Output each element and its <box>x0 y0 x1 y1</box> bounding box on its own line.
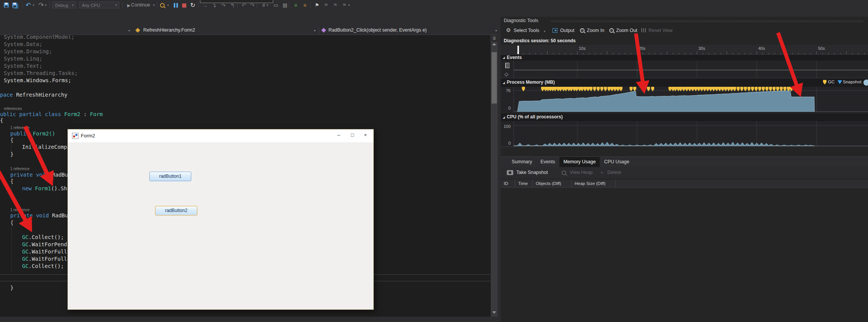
uncomment-lines-icon[interactable]: ≡ <box>301 0 309 11</box>
type-dropdown[interactable]: RefreshHierarchy.Form2 <box>143 27 195 33</box>
diag-tab-events[interactable]: Events <box>536 157 559 167</box>
form2-title: Form2 <box>81 133 95 139</box>
memory-y-max-label: 76 <box>501 88 511 93</box>
maximize-button[interactable]: □ <box>347 129 358 141</box>
scrollbar-down-arrow[interactable] <box>492 311 496 314</box>
code-token: Form <box>90 111 103 117</box>
column-header-id[interactable]: ID <box>501 180 515 187</box>
solution-platforms-combo[interactable]: Any CPU▾ <box>79 2 119 8</box>
minimize-button[interactable]: – <box>333 129 344 141</box>
code-token: .WaitForFullG <box>29 256 70 262</box>
form2-title-bar[interactable]: Form2 – □ × <box>68 129 373 142</box>
cpu-y-min-label: 0 <box>501 141 511 145</box>
editor-navigation-bar: ▾ RefreshHierarchy.Form2 ▾ RadButton2_Cl… <box>0 26 500 35</box>
line-number-dropdown[interactable]: ▾ <box>267 3 268 7</box>
comment-lines-icon[interactable]: ≡ <box>292 0 299 11</box>
code-line: System.Text; <box>4 62 42 70</box>
clear-bookmarks-icon[interactable]: ⚑ <box>341 0 348 11</box>
project-dropdown-caret[interactable]: ▾ <box>128 29 130 32</box>
cpu-chart-lane[interactable]: 100 0 <box>501 121 868 147</box>
previous-bookmark-icon[interactable]: ⚑ <box>322 0 330 11</box>
code-line: private void RadBut <box>10 212 71 219</box>
column-header-time[interactable]: Time <box>515 180 533 187</box>
next-bookmark-icon[interactable]: ⚑ <box>332 0 339 11</box>
ruler-tick-label: 40s <box>758 46 765 51</box>
camera-icon <box>507 170 513 175</box>
code-token: InitializeCompo <box>22 144 70 150</box>
document-outline-icon[interactable]: ▤ <box>281 0 289 11</box>
bookmarks-dropdown[interactable]: ▾ <box>348 3 350 7</box>
close-button[interactable]: × <box>360 129 371 141</box>
code-line: } <box>10 192 13 199</box>
panel-splitter[interactable] <box>498 17 501 322</box>
code-token: .Collect(); <box>29 234 64 240</box>
diag-tab-cpu-usage[interactable]: CPU Usage <box>600 157 633 167</box>
continue-dropdown[interactable]: ▾ <box>153 3 155 7</box>
watch-window-icon[interactable] <box>160 3 165 8</box>
snapshot-legend-icon <box>838 80 842 84</box>
zoom-out-button[interactable]: Zoom Out <box>616 28 637 33</box>
intellitrace-events-icon <box>505 63 509 68</box>
view-heap-button: View Heap <box>570 170 593 175</box>
selection-box-icon[interactable]: ▭ <box>272 0 280 11</box>
radbutton2[interactable]: radButton2 <box>155 206 197 215</box>
solution-configurations-combo-caret[interactable]: ▾ <box>72 2 74 9</box>
type-dropdown-caret[interactable]: ▾ <box>314 29 315 32</box>
diag-tab-summary[interactable]: Summary <box>508 157 536 167</box>
redo-icon[interactable]: ↷ <box>37 0 45 11</box>
timeline-ruler[interactable]: 10s20s30s40s50s <box>501 45 868 54</box>
undo-dropdown[interactable]: ▾ <box>33 3 34 7</box>
watch-dropdown[interactable]: ▾ <box>167 3 169 7</box>
editor-split-handle[interactable]: ☰ <box>490 35 498 42</box>
toolbar-separator <box>198 2 199 9</box>
take-snapshot-button[interactable]: Take Snapshot <box>516 170 548 175</box>
solution-platforms-combo-caret[interactable]: ▾ <box>115 2 117 9</box>
code-line: System.ComponentModel; <box>4 35 74 41</box>
column-header-objects-diff-[interactable]: Objects (Diff) <box>533 180 572 187</box>
undo-icon[interactable]: ↶ <box>24 0 32 11</box>
save-all-icon[interactable] <box>12 3 17 8</box>
zoom-in-button[interactable]: Zoom In <box>587 28 604 33</box>
bookmark-icon[interactable]: ⚑ <box>313 0 321 11</box>
code-line: GC.Collect(); <box>22 263 64 270</box>
radbutton1[interactable]: radButton1 <box>149 172 191 181</box>
scrollbar-up-arrow[interactable] <box>492 43 496 45</box>
member-dropdown-caret[interactable]: ▾ <box>495 29 497 32</box>
code-token: { <box>10 137 13 143</box>
select-tools-button[interactable]: Select Tools <box>514 28 539 33</box>
redo-dropdown[interactable]: ▾ <box>45 3 46 7</box>
output-icon <box>553 28 557 33</box>
indent-guide <box>11 220 12 271</box>
diag-tab-memory-usage[interactable]: Memory Usage <box>559 157 600 167</box>
memory-section-header[interactable]: ◢ Process Memory (MB) GC Snapshot <box>501 78 868 87</box>
stop-debugging-icon[interactable] <box>182 3 186 8</box>
navbar-separator <box>319 27 319 34</box>
code-line: System.Windows.Forms; <box>4 77 71 84</box>
code-token: 1 reference <box>10 167 30 171</box>
output-button[interactable]: Output <box>560 28 575 33</box>
panel-drag-grip[interactable] <box>551 20 863 22</box>
editor-scrollbar-thumb[interactable] <box>492 52 497 104</box>
code-token: private void <box>10 172 52 178</box>
restart-icon[interactable]: ↻ <box>189 0 197 11</box>
custom-events-icon: ◇ <box>504 72 508 77</box>
memory-chart-lane[interactable]: 76 0 <box>501 87 868 112</box>
cpu-section-header[interactable]: ◢ CPU (% of all processors) <box>501 113 868 121</box>
form2-window: Form2 – □ × radButton1 radButton2 <box>67 129 374 310</box>
solution-configurations-combo[interactable]: Debug▾ <box>52 2 76 8</box>
select-tools-caret[interactable]: ▾ <box>544 30 545 33</box>
save-icon[interactable] <box>4 3 9 8</box>
continue-button[interactable]: Continue <box>131 2 150 8</box>
break-all-icon[interactable] <box>174 3 178 8</box>
editor-bottom-strip <box>0 317 500 322</box>
indent-guide <box>11 137 12 150</box>
collapse-triangle-icon: ◢ <box>503 116 505 119</box>
gear-icon: ⚙ <box>506 27 511 33</box>
code-token: GC <box>22 249 29 255</box>
clipped-legend-icon <box>863 80 868 86</box>
events-section-header[interactable]: ◢ Events <box>501 54 868 61</box>
column-header-heap-size-diff-[interactable]: Heap Size (Diff) <box>572 180 616 187</box>
member-dropdown[interactable]: RadButton2_Click(object sender, EventArg… <box>328 27 427 33</box>
snapshot-table-header: IDTimeObjects (Diff)Heap Size (Diff) <box>501 180 868 188</box>
document-tab-strip: gsessionProgram.csForm2.cs×Form2.cs [Des… <box>0 11 500 26</box>
